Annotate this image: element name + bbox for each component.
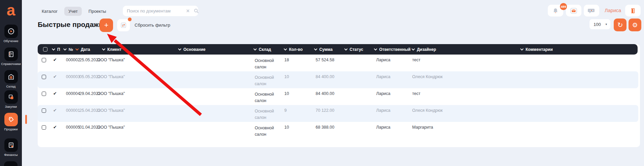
- search-icon[interactable]: [194, 8, 199, 13]
- doc-quantity: 9: [284, 108, 287, 113]
- app-logo[interactable]: a: [0, 1, 22, 20]
- sidebar-item-directories[interactable]: Справочники: [0, 47, 22, 66]
- logout-door-icon: [630, 7, 636, 14]
- doc-sum: 70 122.00: [316, 108, 334, 113]
- page-title: Быстрые продажи: [38, 21, 103, 29]
- posted-check-icon: ✔: [53, 57, 57, 62]
- sidebar-item-label: Продажи: [4, 127, 17, 131]
- clear-search-icon[interactable]: ✕: [186, 8, 190, 13]
- column-header-quantity[interactable]: Кол-во: [285, 44, 303, 55]
- table-header: П № Дата Клиент Основание Склад Кол-во С…: [38, 44, 638, 55]
- doc-designer: Олеся Кондрюк: [412, 74, 443, 79]
- filter-button[interactable]: [117, 19, 130, 31]
- chevron-down-icon: [178, 47, 181, 51]
- doc-client: ООО "Пышка": [97, 125, 125, 130]
- tab-projects[interactable]: Проекты: [84, 7, 110, 16]
- posted-check-icon: ✔: [53, 108, 57, 113]
- mail-button[interactable]: [566, 5, 581, 16]
- sidebar-item-partial[interactable]: [4, 161, 17, 166]
- doc-responsible: Лариса: [376, 74, 390, 79]
- sort-chevron-icon: [75, 47, 79, 51]
- tab-accounting[interactable]: Учет: [64, 7, 82, 16]
- add-document-button[interactable]: +: [100, 19, 113, 32]
- doc-client: ООО "Пышка": [97, 108, 125, 113]
- top-tabs: Каталог Учет Проекты: [38, 7, 110, 16]
- column-header-p[interactable]: П: [53, 44, 60, 55]
- reset-filter-button[interactable]: Сбросить фильтр: [135, 23, 170, 28]
- notifications-badge: 489: [560, 3, 567, 10]
- doc-sum: 84 400.00: [316, 74, 334, 79]
- table-row[interactable]: ✔ 000005 01.04.2022 ООО "Пышка" Основной…: [38, 122, 638, 139]
- row-checkbox[interactable]: [42, 58, 46, 62]
- posted-check-icon: ✔: [53, 125, 57, 130]
- doc-responsible: Лариса: [376, 108, 390, 113]
- chevron-down-icon: ▾: [605, 23, 607, 26]
- user-name[interactable]: Лариса: [605, 8, 621, 13]
- document-search[interactable]: ✕: [123, 6, 198, 16]
- doc-client: ООО "Пышка": [97, 74, 125, 79]
- doc-client: ООО "Пышка": [97, 58, 125, 62]
- chevron-down-icon: [520, 47, 524, 51]
- chevron-down-icon: [52, 47, 55, 51]
- tab-catalog[interactable]: Каталог: [38, 7, 62, 16]
- logout-button[interactable]: [625, 5, 641, 16]
- doc-responsible: Лариса: [376, 125, 390, 130]
- doc-sum: 68 388.00: [316, 125, 334, 130]
- select-all-checkbox[interactable]: [43, 47, 47, 52]
- table-row[interactable]: ✔ 000004 29.04.2022 ООО "Пышка" Основной…: [38, 88, 638, 105]
- table-row[interactable]: ✔ 000003 05.05.2022 ООО "Пышка" Основной…: [38, 71, 638, 88]
- doc-designer: Олеся Кондрюк: [412, 108, 443, 113]
- documents-table: П № Дата Клиент Основание Склад Кол-во С…: [38, 44, 640, 147]
- column-header-sum[interactable]: Сумма: [315, 44, 332, 55]
- doc-number: 000003: [66, 74, 80, 79]
- sidebar-item-finance[interactable]: Финансы: [0, 138, 22, 157]
- page-size-value: 100: [594, 22, 601, 27]
- posted-check-icon: ✔: [53, 91, 57, 96]
- chevron-down-icon: [374, 47, 377, 51]
- doc-quantity: 10: [284, 74, 289, 79]
- bell-icon: [552, 7, 559, 14]
- column-header-client[interactable]: Клиент: [103, 44, 121, 55]
- sidebar-item-purchases[interactable]: Закупки: [0, 90, 22, 108]
- sidebar: a Обучение Справочники Склад Закупки Про…: [0, 0, 22, 166]
- doc-responsible: Лариса: [376, 58, 390, 62]
- chevron-down-icon: [344, 47, 348, 51]
- column-header-designer[interactable]: Дизайнер: [413, 44, 436, 55]
- doc-sum: 84 400.00: [316, 91, 334, 96]
- column-header-basis[interactable]: Основание: [179, 44, 206, 55]
- column-header-number[interactable]: №: [64, 44, 73, 55]
- sidebar-item-warehouse[interactable]: Склад: [0, 70, 22, 88]
- doc-client: ООО "Пышка": [97, 91, 125, 96]
- doc-stock: Основной салон: [255, 91, 279, 104]
- chat-button[interactable]: [584, 5, 599, 16]
- table-row[interactable]: ✔ 000001 25.04.2022 ООО "Пышка" Основной…: [38, 105, 638, 122]
- refresh-button[interactable]: ↺: [614, 19, 627, 31]
- row-checkbox[interactable]: [42, 125, 46, 130]
- row-checkbox[interactable]: [42, 92, 46, 96]
- tag-icon: [7, 116, 15, 123]
- column-header-comments[interactable]: Комментарии: [521, 44, 553, 55]
- doc-stock: Основной салон: [255, 58, 279, 71]
- envelope-icon: [570, 7, 577, 14]
- column-header-date[interactable]: Дата: [76, 44, 90, 55]
- page-size-select[interactable]: 100 ▾: [589, 19, 610, 29]
- filter-sliders-icon: [120, 22, 127, 29]
- settings-button[interactable]: ⚙: [629, 19, 641, 31]
- row-checkbox[interactable]: [42, 75, 46, 79]
- table-row[interactable]: ✔ 000002 25.05.2022 ООО "Пышка" Основной…: [38, 55, 638, 71]
- sidebar-item-training[interactable]: Обучение: [0, 25, 22, 43]
- doc-stock: Основной салон: [255, 125, 279, 138]
- doc-quantity: 10: [284, 125, 289, 130]
- play-icon: [7, 28, 15, 35]
- row-checkbox[interactable]: [42, 108, 46, 113]
- search-input[interactable]: [127, 8, 186, 13]
- column-header-responsible[interactable]: Ответственный: [375, 44, 410, 55]
- chevron-down-icon: [284, 47, 287, 51]
- chevron-down-icon: [63, 47, 67, 51]
- column-header-status[interactable]: Статус: [345, 44, 363, 55]
- sidebar-item-label: Справочники: [1, 62, 21, 66]
- sidebar-item-label: Обучение: [3, 39, 18, 43]
- sidebar-item-sales[interactable]: Продажи: [0, 113, 22, 131]
- column-header-stock[interactable]: Склад: [254, 44, 271, 55]
- notifications-button[interactable]: 489: [548, 5, 563, 16]
